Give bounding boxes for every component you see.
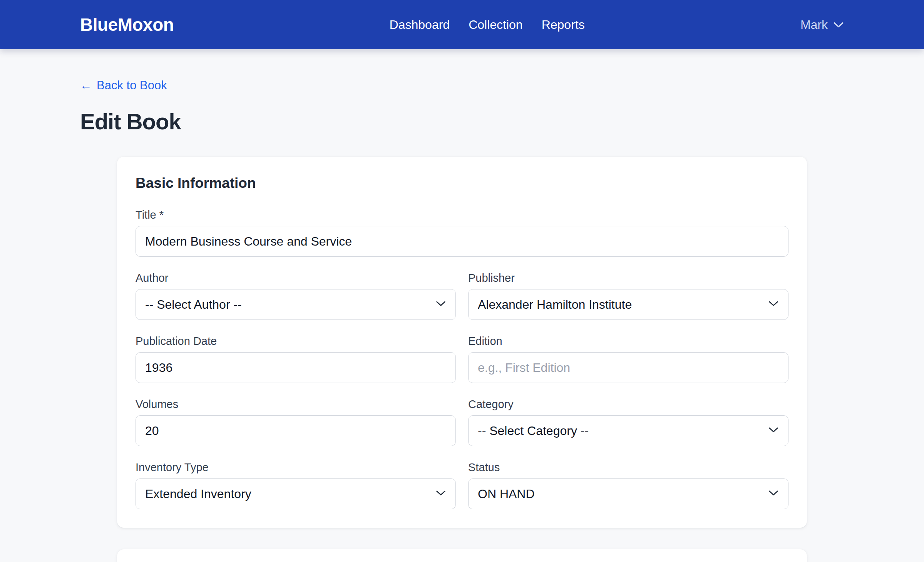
publication-date-input[interactable] [136, 352, 456, 383]
volumes-input[interactable] [136, 415, 456, 446]
volumes-field: Volumes [136, 398, 456, 446]
nav-item-reports[interactable]: Reports [542, 18, 585, 32]
navbar: BlueMoxon Dashboard Collection Reports M… [0, 0, 924, 49]
main-nav: Dashboard Collection Reports [174, 18, 800, 32]
volumes-label: Volumes [136, 398, 456, 411]
next-section-card [117, 549, 807, 562]
title-label: Title * [136, 208, 788, 221]
category-field: Category -- Select Category -- [468, 398, 788, 446]
inventory-type-select[interactable]: Extended Inventory [136, 478, 456, 509]
chevron-down-icon [833, 22, 844, 28]
back-link-label: Back to Book [97, 79, 167, 92]
status-field: Status ON HAND [468, 461, 788, 509]
user-name: Mark [800, 18, 828, 32]
main-content: ← Back to Book Edit Book [0, 49, 924, 134]
publication-date-field: Publication Date [136, 335, 456, 383]
nav-item-dashboard[interactable]: Dashboard [390, 18, 450, 32]
author-field: Author -- Select Author -- [136, 271, 456, 320]
brand-logo[interactable]: BlueMoxon [80, 14, 174, 35]
section-title: Basic Information [136, 175, 788, 191]
category-select[interactable]: -- Select Category -- [468, 415, 788, 446]
author-select[interactable]: -- Select Author -- [136, 289, 456, 320]
edition-input[interactable] [468, 352, 788, 383]
edition-field: Edition [468, 335, 788, 383]
status-label: Status [468, 461, 788, 474]
page-title: Edit Book [80, 109, 844, 134]
nav-item-collection[interactable]: Collection [469, 18, 523, 32]
back-to-book-link[interactable]: ← Back to Book [80, 79, 167, 92]
publisher-select[interactable]: Alexander Hamilton Institute [468, 289, 788, 320]
status-select[interactable]: ON HAND [468, 478, 788, 509]
title-field: Title * [136, 208, 788, 257]
category-label: Category [468, 398, 788, 411]
edition-label: Edition [468, 335, 788, 348]
inventory-type-field: Inventory Type Extended Inventory [136, 461, 456, 509]
basic-information-card: Basic Information Title * Author -- Sele… [117, 157, 807, 528]
publication-date-label: Publication Date [136, 335, 456, 348]
inventory-type-label: Inventory Type [136, 461, 456, 474]
user-menu[interactable]: Mark [800, 18, 844, 32]
publisher-label: Publisher [468, 271, 788, 284]
title-input[interactable] [136, 226, 788, 257]
back-arrow-icon: ← [80, 79, 92, 92]
author-label: Author [136, 271, 456, 284]
publisher-field: Publisher Alexander Hamilton Institute [468, 271, 788, 320]
